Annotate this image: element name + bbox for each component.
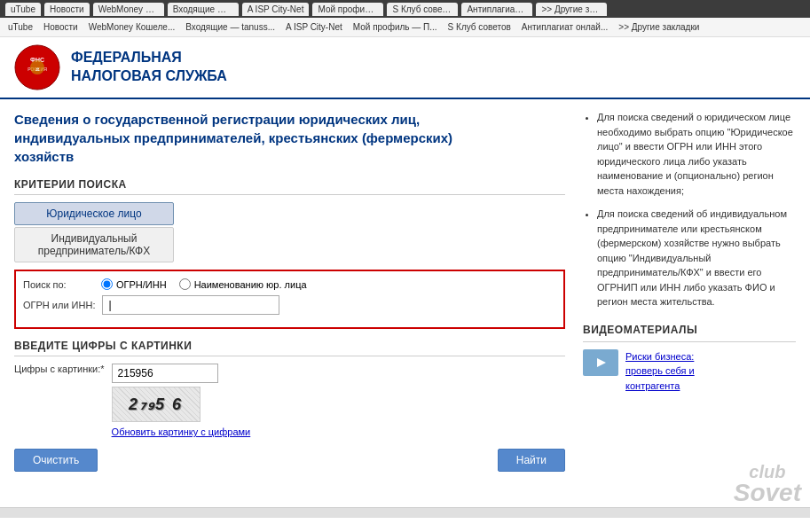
left-panel: Сведения о государственной регистрации ю… xyxy=(14,110,565,472)
video-play-icon xyxy=(587,353,614,372)
radio-ogrn-option[interactable]: ОГРН/ИНН xyxy=(101,278,167,290)
search-by-label: Поиск по: xyxy=(23,279,94,290)
ogrn-label: ОГРН или ИНН: xyxy=(23,300,95,310)
info-item-1: Для поиска сведений о юридическом лице н… xyxy=(597,110,796,198)
captcha-section: ВВЕДИТЕ ЦИФРЫ С КАРТИНКИ Цифры с картинк… xyxy=(14,340,565,438)
browser-tab-8[interactable]: Антиплагиат онлай... xyxy=(461,3,532,16)
site-title-block: ФЕДЕРАЛЬНАЯ НАЛОГОВАЯ СЛУЖБА xyxy=(71,49,227,86)
bookmark-2[interactable]: Новости xyxy=(39,20,83,34)
radio-name-option[interactable]: Наименованию юр. лица xyxy=(179,278,307,290)
captcha-row: Цифры с картинки:* 2₇₉5 6 Обновить карти… xyxy=(14,364,565,438)
site-header: ФНС РОССИЯ ⚖ ФЕДЕРАЛЬНАЯ НАЛОГОВАЯ СЛУЖБ… xyxy=(0,37,810,99)
video-section-title: ВИДЕОМАТЕРИАЛЫ xyxy=(583,322,796,342)
site-title-line1: ФЕДЕРАЛЬНАЯ xyxy=(71,49,227,67)
browser-tab-4[interactable]: Входящие — tanuss... xyxy=(168,3,239,16)
captcha-input[interactable] xyxy=(112,364,218,383)
fns-logo: ФНС РОССИЯ ⚖ xyxy=(14,44,60,90)
captcha-input-area: 2₇₉5 6 Обновить картинку с цифрами xyxy=(112,364,251,438)
browser-tab-active[interactable]: uTube xyxy=(5,3,41,16)
right-panel: Для поиска сведений о юридическом лице н… xyxy=(583,110,796,472)
radio-name[interactable] xyxy=(179,278,191,290)
browser-tab-6[interactable]: Мой профиль — П... xyxy=(312,3,383,16)
ogrn-input[interactable] xyxy=(102,295,279,315)
refresh-captcha-link[interactable]: Обновить картинку с цифрами xyxy=(112,426,251,437)
page-wrapper: ФНС РОССИЯ ⚖ ФЕДЕРАЛЬНАЯ НАЛОГОВАЯ СЛУЖБ… xyxy=(0,37,810,507)
video-item: Риски бизнеса:проверь себя иконтрагента xyxy=(583,349,796,394)
browser-tab-5[interactable]: A ISP City-Net xyxy=(242,3,310,16)
search-radio-group: ОГРН/ИНН Наименованию юр. лица xyxy=(101,278,307,290)
bookmarks-bar: uTube Новости WebMoney Кошеле... Входящи… xyxy=(0,18,810,37)
search-form: Поиск по: ОГРН/ИНН Наименованию юр. лица xyxy=(14,270,565,329)
search-button[interactable]: Найти xyxy=(498,449,565,472)
video-link[interactable]: Риски бизнеса:проверь себя иконтрагента xyxy=(625,349,695,394)
captcha-label: Цифры с картинки:* xyxy=(14,364,105,374)
search-by-row: Поиск по: ОГРН/ИНН Наименованию юр. лица xyxy=(23,278,556,290)
search-tabs: Юридическое лицо Индивидуальный предприн… xyxy=(14,202,565,262)
browser-tab-2[interactable]: Новости xyxy=(44,3,90,16)
bookmark-3[interactable]: WebMoney Кошеле... xyxy=(84,20,180,34)
captcha-image: 2₇₉5 6 xyxy=(112,387,201,422)
captcha-display-text: 2₇₉5 6 xyxy=(129,395,183,414)
tab-legal-entity[interactable]: Юридическое лицо xyxy=(14,202,174,225)
bottom-scrollbar[interactable] xyxy=(0,507,810,518)
page-heading: Сведения о государственной регистрации ю… xyxy=(14,110,565,166)
info-list: Для поиска сведений о юридическом лице н… xyxy=(583,110,796,309)
video-thumbnail xyxy=(583,349,618,376)
main-content: Сведения о государственной регистрации ю… xyxy=(0,99,810,482)
action-buttons: Очистить Найти xyxy=(14,449,565,472)
browser-chrome: uTube Новости WebMoney Кошеле... Входящи… xyxy=(0,0,810,18)
radio-ogrn[interactable] xyxy=(101,278,113,290)
bookmark-8[interactable]: Антиплагиат онлай... xyxy=(517,20,613,34)
clear-button[interactable]: Очистить xyxy=(14,449,98,472)
bookmark-more[interactable]: >> Другие закладки xyxy=(614,20,704,34)
bookmark-5[interactable]: A ISP City-Net xyxy=(281,20,347,34)
browser-tab-more[interactable]: >> Другие закладки xyxy=(536,3,607,16)
browser-tab-7[interactable]: S Клуб советов xyxy=(387,3,458,16)
info-item-2: Для поиска сведений об индивидуальном пр… xyxy=(597,207,796,309)
bookmark-7[interactable]: S Клуб советов xyxy=(444,20,515,34)
ogrn-row: ОГРН или ИНН: xyxy=(23,295,556,315)
search-section-title: КРИТЕРИИ ПОИСКА xyxy=(14,178,565,195)
captcha-section-title: ВВЕДИТЕ ЦИФРЫ С КАРТИНКИ xyxy=(14,340,565,356)
bookmark-4[interactable]: Входящие — tanuss... xyxy=(181,20,279,34)
bookmark-6[interactable]: Мой профиль — П... xyxy=(349,20,442,34)
radio-name-label: Наименованию юр. лица xyxy=(194,279,307,290)
tab-individual[interactable]: Индивидуальный предприниматель/КФХ xyxy=(14,227,174,262)
bookmark-1[interactable]: uTube xyxy=(4,20,37,34)
site-title-line2: НАЛОГОВАЯ СЛУЖБА xyxy=(71,67,227,86)
browser-tab-3[interactable]: WebMoney Кошеле... xyxy=(93,3,164,16)
radio-ogrn-label: ОГРН/ИНН xyxy=(116,279,167,290)
